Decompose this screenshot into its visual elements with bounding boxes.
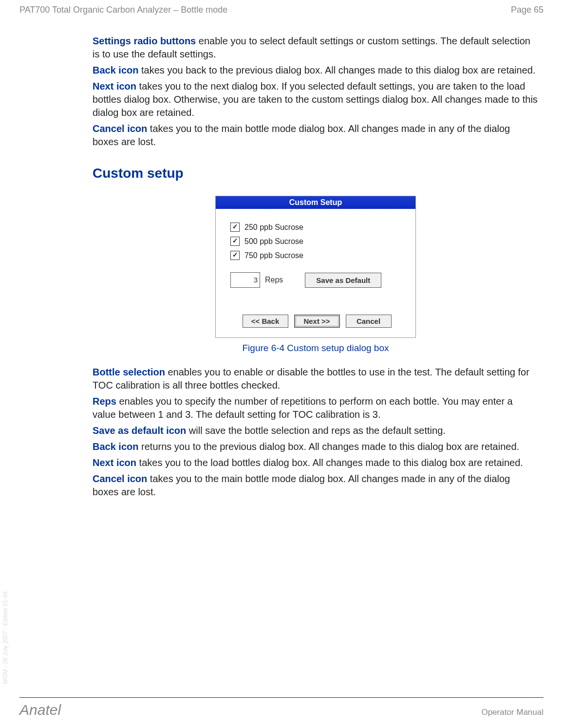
dialog-title: Custom Setup	[216, 196, 415, 209]
reps-label: Reps	[265, 276, 283, 284]
paragraph: Cancel icon takes you to the main bottle…	[93, 122, 539, 149]
footer-label: Operator Manual	[481, 708, 544, 717]
paragraph-text: will save the bottle selection and reps …	[186, 425, 446, 436]
checkbox-icon[interactable]: ✓	[230, 223, 240, 232]
paragraph-text: takes you to the load bottles dialog box…	[136, 457, 523, 468]
term-reps: Reps	[93, 396, 116, 407]
paragraph-text: takes you to the main bottle mode dialog…	[93, 123, 510, 147]
term-settings-radio: Settings radio buttons	[93, 36, 196, 46]
term-back-icon-2: Back icon	[93, 441, 138, 452]
checkbox-row-750[interactable]: ✓ 750 ppb Sucrose	[230, 251, 403, 260]
reps-input[interactable]: 3	[230, 272, 260, 288]
term-next-icon-2: Next icon	[93, 457, 136, 468]
checkbox-icon[interactable]: ✓	[230, 237, 240, 246]
paragraph-text: takes you to the main bottle mode dialog…	[93, 473, 510, 497]
term-bottle-selection: Bottle selection	[93, 367, 165, 377]
page-footer: Anatel Operator Manual	[19, 697, 544, 718]
term-cancel-icon: Cancel icon	[93, 123, 147, 134]
paragraph: Back icon takes you back to the previous…	[93, 64, 539, 77]
checkbox-row-250[interactable]: ✓ 250 ppb Sucrose	[230, 223, 403, 232]
paragraph-text: takes you back to the previous dialog bo…	[138, 65, 535, 75]
paragraph-text: returns you to the previous dialog box. …	[138, 441, 519, 452]
paragraph: Next icon takes you to the next dialog b…	[93, 80, 539, 119]
figure-caption: Figure 6-4 Custom setup dialog box	[93, 343, 539, 354]
figure-custom-setup: Custom Setup ✓ 250 ppb Sucrose ✓ 500 ppb…	[93, 196, 539, 354]
term-save-default: Save as default icon	[93, 425, 186, 436]
header-title: PAT700 Total Organic Carbon Analyzer – B…	[19, 5, 227, 15]
term-back-icon: Back icon	[93, 65, 138, 75]
paragraph: Back icon returns you to the previous di…	[93, 440, 539, 453]
paragraph-text: takes you to the next dialog box. If you…	[93, 81, 538, 118]
next-button[interactable]: Next >>	[294, 315, 340, 328]
checkbox-row-500[interactable]: ✓ 500 ppb Sucrose	[230, 237, 403, 246]
paragraph-text: enables you to specify the number of rep…	[93, 396, 513, 420]
term-cancel-icon-2: Cancel icon	[93, 473, 147, 484]
term-next-icon: Next icon	[93, 81, 136, 92]
paragraph: Next icon takes you to the load bottles …	[93, 456, 539, 469]
custom-setup-dialog: Custom Setup ✓ 250 ppb Sucrose ✓ 500 ppb…	[215, 196, 416, 338]
checkbox-icon[interactable]: ✓	[230, 251, 240, 260]
section-heading-custom-setup: Custom setup	[93, 166, 539, 181]
cancel-button[interactable]: Cancel	[346, 315, 392, 328]
paragraph: Reps enables you to specify the number o…	[93, 395, 539, 421]
paragraph: Save as default icon will save the bottl…	[93, 424, 539, 437]
paragraph: Cancel icon takes you to the main bottle…	[93, 472, 539, 499]
page-number: Page 65	[511, 5, 544, 15]
paragraph: Settings radio buttons enable you to sel…	[93, 35, 539, 61]
paragraph: Bottle selection enables you to enable o…	[93, 366, 539, 392]
brand-name: Anatel	[19, 702, 61, 718]
checkbox-label: 750 ppb Sucrose	[244, 251, 303, 260]
side-edition-text: WGM - 26 July 2007 - Edition 01-04	[2, 591, 9, 684]
save-as-default-button[interactable]: Save as Default	[305, 273, 381, 288]
checkbox-label: 250 ppb Sucrose	[244, 223, 303, 232]
checkbox-label: 500 ppb Sucrose	[244, 237, 303, 246]
back-button[interactable]: << Back	[243, 315, 288, 328]
